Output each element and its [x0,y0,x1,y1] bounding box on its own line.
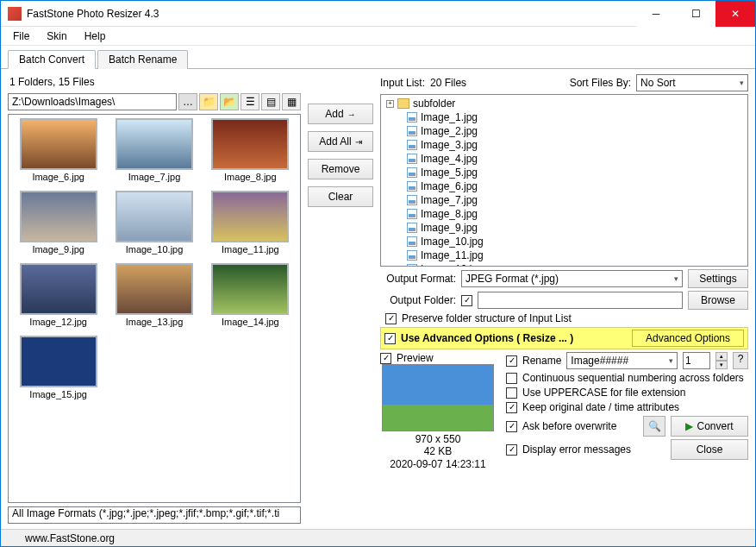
status-link[interactable]: www.FastStone.org [25,532,115,544]
thumb-item[interactable]: Image_13.jpg [108,263,200,332]
thumb-item[interactable]: Image_11.jpg [204,191,297,260]
continuous-label: Continuous sequential numbering across f… [522,372,744,384]
input-list-count: 20 Files [430,77,466,89]
menu-help[interactable]: Help [78,28,113,44]
add-all-button[interactable]: Add All⇥ [308,131,373,152]
spin-down-button[interactable]: ▾ [715,361,728,369]
file-icon [407,223,417,233]
askoverwrite-checkbox[interactable] [506,421,517,432]
rename-start-input[interactable] [683,352,710,369]
spin-up-button[interactable]: ▴ [715,352,728,361]
tab-batch-rename[interactable]: Batch Rename [97,50,188,69]
file-icon [407,236,417,247]
add-button[interactable]: Add→ [308,104,373,124]
thumb-item[interactable]: Image_15.jpg [12,336,104,405]
tab-batch-convert[interactable]: Batch Convert [8,50,96,69]
play-icon: ▶ [685,420,693,432]
thumb-item[interactable]: Image_9.jpg [12,191,104,260]
file-icon [407,167,417,178]
path-input[interactable] [8,93,177,110]
tree-file-row[interactable]: Image_2.jpg [383,124,746,138]
output-folder-input[interactable] [478,292,683,309]
thumb-item[interactable]: Image_10.jpg [108,191,200,260]
preview-checkbox[interactable] [380,353,391,364]
clear-button[interactable]: Clear [308,186,373,207]
rename-pattern-input[interactable]: Image#####▾ [566,352,678,369]
thumb-label: Image_6.jpg [32,170,84,187]
sort-select[interactable]: No Sort▾ [636,74,748,91]
thumb-image [116,263,193,315]
thumb-image [211,118,289,170]
tree-file-row[interactable]: Image_11.jpg [383,248,746,262]
advanced-options-button[interactable]: Advanced Options [632,330,744,347]
tabs: Batch Convert Batch Rename [1,46,755,69]
tree-file-row[interactable]: Image_4.jpg [383,152,746,166]
output-format-select[interactable]: JPEG Format (*.jpg)▾ [461,270,683,287]
tree-file-row[interactable]: Image_1.jpg [383,110,746,124]
settings-button[interactable]: Settings [688,269,748,288]
uppercase-label: Use UPPERCASE for file extension [522,387,685,399]
thumb-image [20,263,97,315]
maximize-button[interactable]: ☐ [676,1,715,27]
rename-label: Rename [522,355,561,367]
advanced-checkbox[interactable] [384,333,396,344]
thumb-item[interactable]: Image_8.jpg [204,118,297,187]
search-icon[interactable]: 🔍 [643,416,665,437]
view-details-icon[interactable]: ▤ [261,93,280,110]
tree-file-row[interactable]: Image_9.jpg [383,221,746,235]
thumb-image [20,118,97,170]
view-list-icon[interactable]: ☰ [241,93,259,110]
file-icon [407,126,417,136]
browse-button[interactable]: Browse [688,291,748,310]
keepdate-checkbox[interactable] [506,402,517,413]
thumb-item[interactable]: Image_6.jpg [12,118,104,187]
view-thumb-icon[interactable]: ▦ [282,93,301,110]
tree-file-row[interactable]: Image_10.jpg [383,235,746,248]
preserve-checkbox[interactable] [385,313,397,324]
thumb-item[interactable]: Image_12.jpg [12,263,104,332]
chevron-down-icon: ▾ [669,356,673,365]
close-dialog-button[interactable]: Close [671,439,748,460]
rename-checkbox[interactable] [506,355,517,367]
continuous-checkbox[interactable] [506,373,517,384]
app-icon [8,7,22,21]
thumb-label: Image_12.jpg [29,315,87,332]
displayerr-checkbox[interactable] [506,444,517,456]
tree-file-row[interactable]: Image_12.jpg [383,262,746,267]
advanced-options-row: Use Advanced Options ( Resize ... ) Adva… [380,327,748,349]
titlebar: FastStone Photo Resizer 4.3 ─ ☐ ✕ [1,1,755,27]
displayerr-label: Display error messages [522,443,631,456]
folder-up-icon[interactable]: 📁 [199,93,218,110]
path-browse-button[interactable]: … [178,93,197,110]
input-file-tree[interactable]: + subfolder Image_1.jpgImage_2.jpgImage_… [380,94,748,267]
output-folder-label: Output Folder: [380,294,456,306]
thumb-item[interactable]: Image_7.jpg [108,118,200,187]
askoverwrite-label: Ask before overwrite [522,420,616,432]
filter-dropdown[interactable]: All Image Formats (*.jpg;*.jpe;*.jpeg;*.… [8,506,301,524]
tree-file-row[interactable]: Image_7.jpg [383,193,746,207]
tree-file-row[interactable]: Image_8.jpg [383,207,746,221]
tree-file-row[interactable]: Image_5.jpg [383,166,746,179]
help-button[interactable]: ? [733,352,748,369]
output-format-label: Output Format: [380,273,456,285]
folder-icon [397,98,409,109]
thumb-label: Image_13.jpg [126,315,184,332]
statusbar: www.FastStone.org [1,529,755,546]
menu-skin[interactable]: Skin [40,28,73,44]
thumb-image [116,191,193,242]
menu-file[interactable]: File [6,28,36,44]
minimize-button[interactable]: ─ [636,1,676,27]
close-button[interactable]: ✕ [715,1,755,27]
output-folder-checkbox[interactable] [461,295,472,306]
tree-file-row[interactable]: Image_3.jpg [383,138,746,152]
remove-button[interactable]: Remove [308,159,373,179]
folder-new-icon[interactable]: 📂 [220,93,239,110]
thumb-item[interactable]: Image_14.jpg [204,263,297,332]
uppercase-checkbox[interactable] [506,387,517,399]
tree-folder-row[interactable]: + subfolder [383,97,746,110]
tree-file-row[interactable]: Image_6.jpg [383,179,746,193]
advanced-label: Use Advanced Options ( Resize ... ) [401,332,573,344]
convert-button[interactable]: ▶Convert [671,416,748,437]
thumbnail-panel[interactable]: Image_6.jpgImage_7.jpgImage_8.jpgImage_9… [8,114,301,503]
expand-icon[interactable]: + [386,100,394,108]
